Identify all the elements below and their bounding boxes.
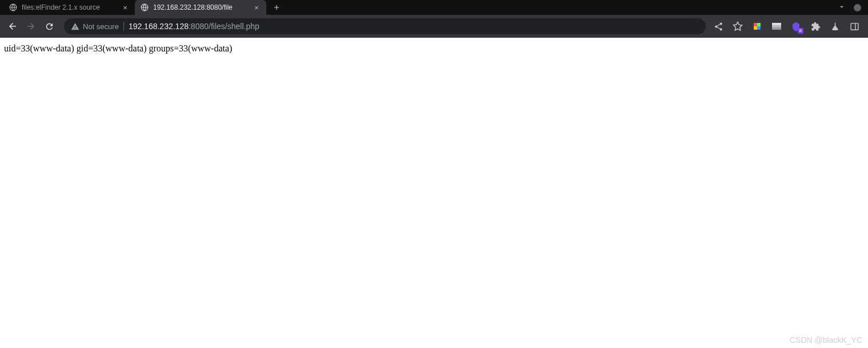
window-circle[interactable] (854, 4, 861, 11)
browser-chrome: files:elFinder 2.1.x source × 192.168.23… (0, 0, 868, 38)
warning-icon (71, 22, 79, 31)
back-button[interactable] (5, 18, 21, 34)
svg-rect-5 (757, 26, 761, 30)
reload-button[interactable] (41, 18, 57, 34)
svg-rect-4 (754, 26, 757, 30)
security-indicator[interactable]: Not secure (71, 22, 119, 31)
extension-gray-icon[interactable] (771, 21, 782, 32)
svg-rect-3 (757, 23, 761, 26)
tab-elfinder[interactable]: files:elFinder 2.1.x source × (3, 0, 135, 15)
security-label: Not secure (83, 22, 119, 31)
close-icon[interactable]: × (121, 3, 129, 11)
globe-icon (141, 3, 149, 11)
url-path: :8080/files/shell.php (189, 22, 259, 31)
bookmark-icon[interactable] (732, 21, 743, 32)
close-icon[interactable]: × (253, 3, 261, 11)
tab-title: files:elFinder 2.1.x source (22, 3, 117, 11)
chevron-down-icon[interactable] (838, 3, 846, 13)
panel-icon[interactable] (849, 21, 860, 32)
divider (123, 22, 124, 31)
labs-icon[interactable] (829, 21, 841, 32)
new-tab-button[interactable] (269, 0, 285, 15)
globe-icon (9, 3, 17, 11)
page-content: uid=33(www-data) gid=33(www-data) groups… (0, 38, 868, 59)
svg-rect-6 (851, 23, 858, 29)
tab-strip: files:elFinder 2.1.x source × 192.168.23… (0, 0, 868, 15)
share-icon[interactable] (713, 21, 724, 32)
toolbar-actions: 8 (713, 21, 863, 32)
watermark: CSDN @blackK_YC (790, 335, 862, 345)
tab-shell[interactable]: 192.168.232.128:8080/file × (135, 0, 266, 15)
window-controls (838, 3, 868, 13)
svg-rect-2 (754, 23, 757, 26)
extensions-icon[interactable] (810, 21, 821, 32)
toolbar: Not secure 192.168.232.128:8080/files/sh… (0, 15, 868, 38)
extension-proxy-icon[interactable]: 8 (790, 21, 802, 32)
shell-output: uid=33(www-data) gid=33(www-data) groups… (4, 43, 232, 53)
url-display: 192.168.232.128:8080/files/shell.php (129, 22, 259, 31)
extension-badge: 8 (798, 28, 803, 34)
extension-colorpick-icon[interactable] (751, 21, 763, 32)
url-host: 192.168.232.128 (129, 22, 189, 31)
forward-button[interactable] (23, 18, 39, 34)
address-bar[interactable]: Not secure 192.168.232.128:8080/files/sh… (64, 18, 706, 34)
tab-title: 192.168.232.128:8080/file (153, 3, 248, 11)
